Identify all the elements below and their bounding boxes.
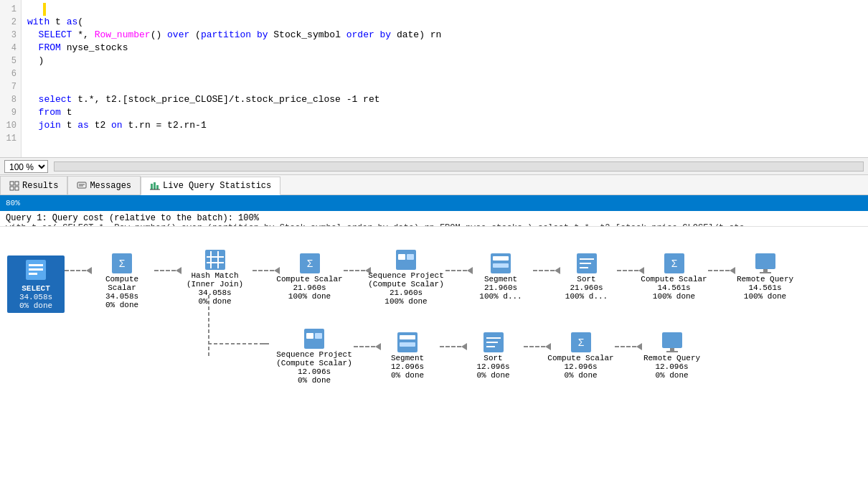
rq2-done: 0% done (638, 371, 706, 380)
cs1-time: 34.058s (90, 292, 154, 301)
cs1-label: Compute Scalar (90, 275, 154, 292)
sort2-done: 0% done (463, 371, 524, 380)
segment-2-node[interactable]: Segment 12.096s 0% done (375, 331, 440, 380)
svg-rect-3 (15, 187, 19, 190)
svg-rect-27 (407, 254, 414, 260)
svg-rect-13 (29, 268, 43, 271)
rq1-done: 100% done (731, 292, 799, 301)
svg-marker-44 (263, 343, 269, 344)
svg-rect-37 (755, 253, 775, 269)
svg-rect-12 (29, 264, 43, 266)
svg-rect-9 (156, 185, 159, 189)
compute-scalar-1-node[interactable]: Σ Compute Scalar 34.058s 0% done (90, 252, 154, 309)
svg-text:Σ: Σ (306, 258, 313, 269)
compute-scalar-2-icon: Σ (298, 252, 321, 275)
zoom-bar: 100 % 50 % 75 % 125 % 150 % (0, 158, 868, 175)
svg-rect-14 (29, 273, 37, 275)
select-label: SELECT (11, 284, 60, 293)
rq1-time: 14.561s (731, 283, 799, 292)
chart-icon (150, 181, 160, 191)
svg-rect-47 (400, 342, 415, 347)
sequence-project-2-node[interactable]: Sequence Project(Compute Scalar) 12.096s… (275, 327, 354, 385)
segment-1-icon (489, 252, 512, 275)
tabs-bar: Results Messages Live Query Statistics (0, 175, 868, 195)
svg-rect-4 (77, 182, 86, 188)
seg2-label: Segment (375, 354, 440, 362)
compute-scalar-4-node[interactable]: Σ Compute Scalar 12.096s 0% done (547, 331, 615, 380)
rq2-label: Remote Query (638, 354, 706, 362)
sp1-time: 21.960s (367, 289, 445, 297)
seg1-time: 21.960s (468, 283, 533, 292)
sort2-label: Sort (463, 354, 524, 362)
svg-rect-56 (666, 351, 678, 352)
horizontal-scrollbar[interactable] (54, 161, 864, 172)
remote-query-1-node[interactable]: Remote Query 14.561s 100% done (731, 252, 799, 301)
svg-rect-30 (493, 263, 509, 268)
sort-2-node[interactable]: Sort 12.096s 0% done (463, 331, 524, 380)
hm-time: 34.058s (177, 289, 253, 297)
sp2-time: 12.096s (275, 367, 354, 376)
select-node[interactable]: SELECT 34.058s 0% done (7, 255, 65, 313)
remote-query-2-icon (661, 331, 684, 354)
compute-scalar-1-icon: Σ (110, 252, 133, 275)
sort-1-node[interactable]: Sort 21.960s 100% d... (556, 252, 617, 301)
svg-rect-46 (400, 335, 415, 339)
svg-rect-1 (15, 182, 19, 185)
rq1-label: Remote Query (731, 275, 799, 283)
svg-rect-41 (306, 333, 313, 339)
segment-2-icon (396, 331, 419, 354)
remote-query-2-node[interactable]: Remote Query 12.096s 0% done (638, 331, 706, 380)
svg-rect-42 (315, 333, 322, 339)
code-content[interactable]: with t as( SELECT *, Row_number() over (… (22, 0, 868, 135)
svg-rect-55 (670, 348, 674, 351)
svg-rect-7 (151, 184, 153, 189)
seg2-time: 12.096s (375, 362, 440, 371)
compute-scalar-2-node[interactable]: Σ Compute Scalar 21.960s 100% done (275, 252, 344, 301)
query-plan[interactable]: SELECT 34.058s 0% done Σ Compute Scalar … (0, 227, 868, 483)
sequence-project-1-node[interactable]: Sequence Project(Compute Scalar) 21.960s… (367, 248, 445, 306)
tab-live-query-stats[interactable]: Live Query Statistics (141, 177, 280, 195)
cs4-done: 0% done (547, 371, 615, 380)
select-done: 0% done (11, 301, 60, 310)
select-time: 34.058s (11, 293, 60, 301)
remote-query-1-icon (754, 252, 777, 275)
sp1-done: 100% done (367, 297, 445, 306)
cs4-label: Compute Scalar (547, 354, 615, 362)
svg-rect-8 (154, 182, 156, 189)
h-connector-row2 (208, 343, 275, 344)
execution-indicator (43, 3, 46, 16)
query-info-line1: Query 1: Query cost (relative to the bat… (6, 213, 862, 223)
cs3-label: Compute Scalar (640, 275, 708, 283)
cs3-done: 100% done (640, 292, 708, 301)
cs2-label: Compute Scalar (275, 275, 344, 283)
svg-rect-2 (10, 187, 14, 190)
tab-live-query-stats-label: Live Query Statistics (163, 181, 271, 191)
svg-rect-17 (205, 250, 225, 270)
sequence-project-1-icon (395, 248, 418, 271)
cs1-done: 0% done (90, 301, 154, 309)
svg-rect-38 (763, 269, 768, 272)
svg-text:Σ: Σ (671, 258, 677, 269)
query-info: Query 1: Query cost (relative to the bat… (0, 211, 868, 227)
compute-scalar-3-node[interactable]: Σ Compute Scalar 14.561s 100% done (640, 252, 708, 301)
cs2-time: 21.960s (275, 283, 344, 292)
svg-text:Σ: Σ (119, 258, 126, 269)
hash-match-node[interactable]: Hash Match(Inner Join) 34.058s 0% done (177, 248, 253, 306)
line-numbers: 1 2 3 4 5 6 7 8 9 10 11 (0, 0, 22, 157)
svg-rect-26 (398, 254, 405, 260)
grid-icon (9, 181, 19, 191)
segment-1-node[interactable]: Segment 21.960s 100% d... (468, 252, 533, 301)
sort-2-icon (482, 331, 505, 354)
message-icon (77, 181, 87, 191)
hash-match-icon (204, 248, 227, 271)
tab-results[interactable]: Results (0, 176, 67, 194)
sort1-label: Sort (556, 275, 617, 283)
sort1-time: 21.960s (556, 283, 617, 292)
hm-label: Hash Match(Inner Join) (177, 271, 253, 289)
zoom-select[interactable]: 100 % 50 % 75 % 125 % 150 % (4, 160, 48, 173)
sort2-time: 12.096s (463, 362, 524, 371)
tab-messages[interactable]: Messages (67, 176, 141, 194)
svg-text:Σ: Σ (577, 337, 584, 348)
sort-1-icon (575, 252, 598, 275)
rq2-time: 12.096s (638, 362, 706, 371)
